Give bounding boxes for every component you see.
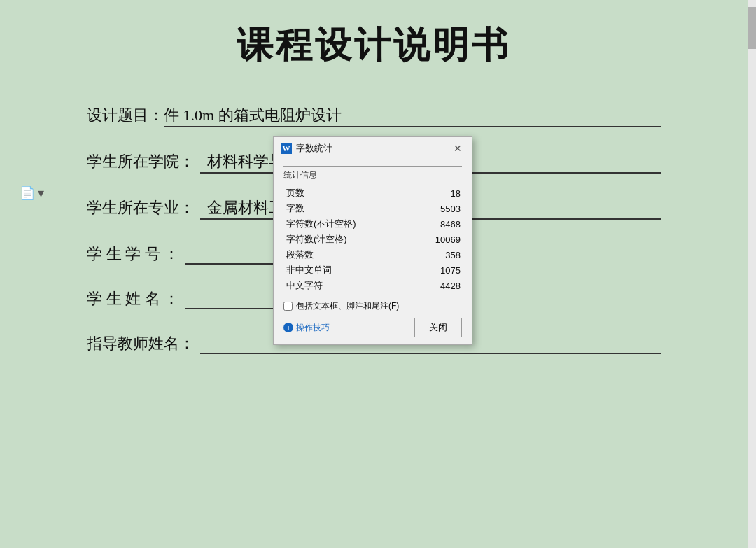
include-checkbox[interactable] xyxy=(284,302,293,311)
stats-row: 字符数(不计空格)8468 xyxy=(284,216,462,232)
dialog-close-x-button[interactable]: ✕ xyxy=(451,141,465,155)
stat-name: 段落数 xyxy=(284,247,412,262)
dialog-titlebar: W 字数统计 ✕ xyxy=(274,137,472,160)
stat-value: 1075 xyxy=(412,262,462,278)
field-value-4 xyxy=(185,290,199,307)
stats-row: 段落数358 xyxy=(284,247,462,262)
stats-row: 字符数(计空格)10069 xyxy=(284,232,462,247)
form-row-0: 设计题目： 件 1.0m 的箱式电阻炉设计 xyxy=(87,105,661,127)
stats-row: 非中文单词1075 xyxy=(284,262,462,278)
scrollbar-thumb[interactable] xyxy=(748,7,756,49)
stat-name: 页数 xyxy=(284,185,412,201)
field-label-5: 指导教师姓名： xyxy=(87,333,195,354)
dialog-footer: i 操作技巧 关闭 xyxy=(284,318,462,337)
page-title: 课程设计说明书 xyxy=(237,21,511,70)
word-count-dialog[interactable]: W 字数统计 ✕ 统计信息 页数18字数5503字符数(不计空格)8468字符数… xyxy=(273,136,472,345)
scrollbar[interactable] xyxy=(748,0,756,548)
checkbox-label[interactable]: 包括文本框、脚注和尾注(F) xyxy=(296,300,399,312)
field-value-0: 件 1.0m 的箱式电阻炉设计 xyxy=(164,105,661,127)
stat-name: 字符数(不计空格) xyxy=(284,216,412,232)
stat-value: 8468 xyxy=(412,216,462,232)
stat-value: 5503 xyxy=(412,201,462,216)
word-app-icon: W xyxy=(281,143,292,154)
stats-row: 字数5503 xyxy=(284,201,462,216)
stats-table: 页数18字数5503字符数(不计空格)8468字符数(计空格)10069段落数3… xyxy=(284,185,462,293)
field-value-5 xyxy=(200,335,214,352)
doc-file-icon: 📄 xyxy=(20,185,35,201)
tips-icon: i xyxy=(284,323,293,332)
doc-icon-button[interactable]: 📄 ▾ xyxy=(20,185,44,201)
stat-value: 358 xyxy=(412,247,462,262)
tips-link[interactable]: i 操作技巧 xyxy=(284,322,330,334)
stat-name: 字数 xyxy=(284,201,412,216)
dialog-title-text: 字数统计 xyxy=(296,142,332,155)
field-label-0: 设计题目： xyxy=(87,105,164,126)
field-label-4: 学 生 姓 名 ： xyxy=(87,288,179,309)
checkbox-row: 包括文本框、脚注和尾注(F) xyxy=(284,300,462,312)
stat-value: 4428 xyxy=(412,278,462,293)
dialog-title-left: W 字数统计 xyxy=(281,142,332,155)
stat-value: 10069 xyxy=(412,232,462,247)
stats-row: 中文字符4428 xyxy=(284,278,462,293)
stat-name: 中文字符 xyxy=(284,278,412,293)
tips-label: 操作技巧 xyxy=(296,322,330,334)
stat-value: 18 xyxy=(412,185,462,201)
dialog-body: 统计信息 页数18字数5503字符数(不计空格)8468字符数(计空格)1006… xyxy=(274,160,472,344)
field-label-1: 学生所在学院： xyxy=(87,151,195,172)
field-label-2: 学生所在专业： xyxy=(87,197,195,218)
stats-group-label: 统计信息 xyxy=(284,166,462,181)
field-text-0: 件 1.0m 的箱式电阻炉设计 xyxy=(164,106,342,124)
stats-row: 页数18 xyxy=(284,185,462,201)
field-value-3 xyxy=(185,245,199,262)
field-label-3: 学 生 学 号 ： xyxy=(87,244,179,265)
doc-arrow-icon: ▾ xyxy=(38,185,44,201)
stat-name: 字符数(计空格) xyxy=(284,232,412,247)
close-button[interactable]: 关闭 xyxy=(414,318,462,337)
stat-name: 非中文单词 xyxy=(284,262,412,278)
